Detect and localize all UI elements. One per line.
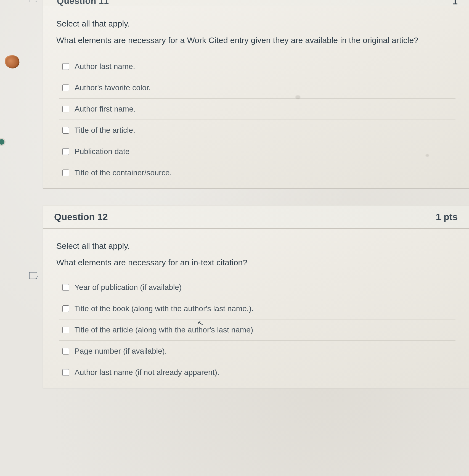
smudge — [295, 95, 300, 99]
smudge — [426, 154, 429, 157]
prompt-instruction: Select all that apply. — [56, 240, 455, 252]
option-checkbox[interactable] — [62, 63, 69, 70]
option-label: Page number (if available). — [75, 347, 167, 356]
option-row[interactable]: Author last name. — [59, 56, 455, 77]
option-checkbox[interactable] — [62, 84, 69, 91]
option-checkbox[interactable] — [62, 305, 69, 312]
question-body: Select all that apply. What elements are… — [43, 229, 469, 388]
option-row[interactable]: Author last name (if not already apparen… — [59, 362, 455, 385]
prompt-question: What elements are necessary for an in-te… — [56, 257, 455, 268]
option-row[interactable]: Title of the book (along with the author… — [59, 298, 455, 319]
option-label: Title of the article (along with the aut… — [75, 326, 253, 334]
option-checkbox[interactable] — [62, 170, 69, 176]
option-checkbox[interactable] — [62, 327, 69, 333]
option-checkbox[interactable] — [62, 284, 69, 291]
option-checkbox[interactable] — [62, 148, 69, 155]
option-checkbox[interactable] — [62, 369, 69, 376]
question-header: Question 12 1 pts — [43, 205, 469, 229]
question-points: 1 pts — [436, 211, 458, 222]
option-row[interactable]: Title of the article (along with the aut… — [59, 319, 455, 340]
option-checkbox[interactable] — [62, 348, 69, 355]
option-label: Author last name. — [75, 62, 135, 71]
option-row[interactable]: Title of the container/source. — [59, 162, 455, 186]
option-checkbox[interactable] — [62, 127, 69, 134]
question-card-11: Question 11 1 Select all that apply. Wha… — [43, 0, 469, 189]
option-label: Title of the book (along with the author… — [75, 304, 254, 313]
prompt-instruction: Select all that apply. — [56, 18, 455, 30]
question-body: Select all that apply. What elements are… — [43, 6, 469, 188]
question-title: Question 11 — [57, 0, 109, 6]
prompt-question: What elements are necessary for a Work C… — [56, 35, 455, 46]
question-nav-icon[interactable] — [29, 0, 37, 2]
question-header: Question 11 1 — [43, 0, 469, 6]
option-label: Author's favorite color. — [75, 83, 151, 92]
option-label: Author last name (if not already apparen… — [75, 368, 219, 377]
option-row[interactable]: Author first name. — [59, 98, 455, 120]
option-label: Title of the container/source. — [75, 168, 172, 177]
option-label: Year of publication (if available) — [75, 283, 182, 292]
options-list: Author last name. Author's favorite colo… — [59, 56, 455, 186]
option-label: Publication date — [75, 147, 129, 156]
option-checkbox[interactable] — [62, 106, 69, 112]
option-row[interactable]: Page number (if available). — [59, 340, 455, 362]
options-list: Year of publication (if available) Title… — [59, 277, 455, 385]
option-row[interactable]: Publication date — [59, 141, 455, 162]
option-row[interactable]: Title of the article. — [59, 120, 455, 141]
question-title: Question 12 — [54, 211, 108, 222]
option-label: Author first name. — [75, 105, 136, 113]
question-points: 1 — [452, 0, 458, 6]
question-nav-icon[interactable] — [29, 272, 37, 279]
question-card-12: Question 12 1 pts Select all that apply.… — [43, 205, 469, 388]
option-label: Title of the article. — [75, 126, 135, 135]
option-row[interactable]: Author's favorite color. — [59, 77, 455, 98]
option-row[interactable]: Year of publication (if available) — [59, 277, 455, 298]
